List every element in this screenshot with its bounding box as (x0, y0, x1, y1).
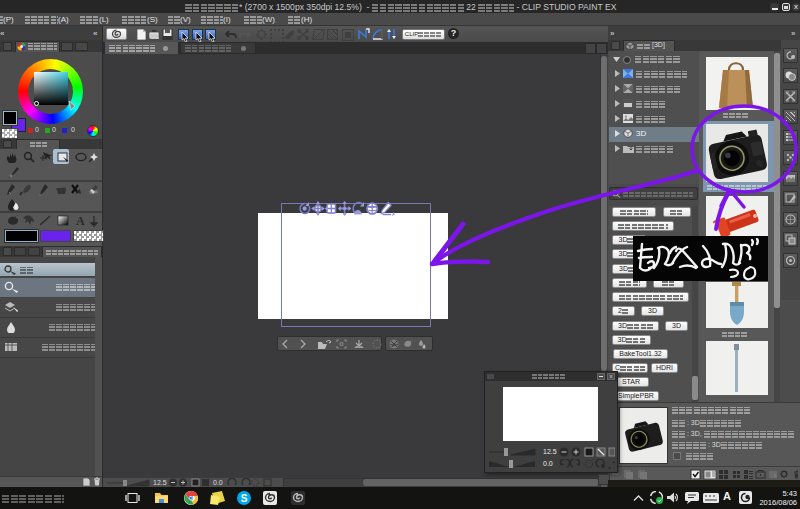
svg-text:A: A (76, 214, 85, 227)
svg-text:S: S (241, 493, 248, 504)
